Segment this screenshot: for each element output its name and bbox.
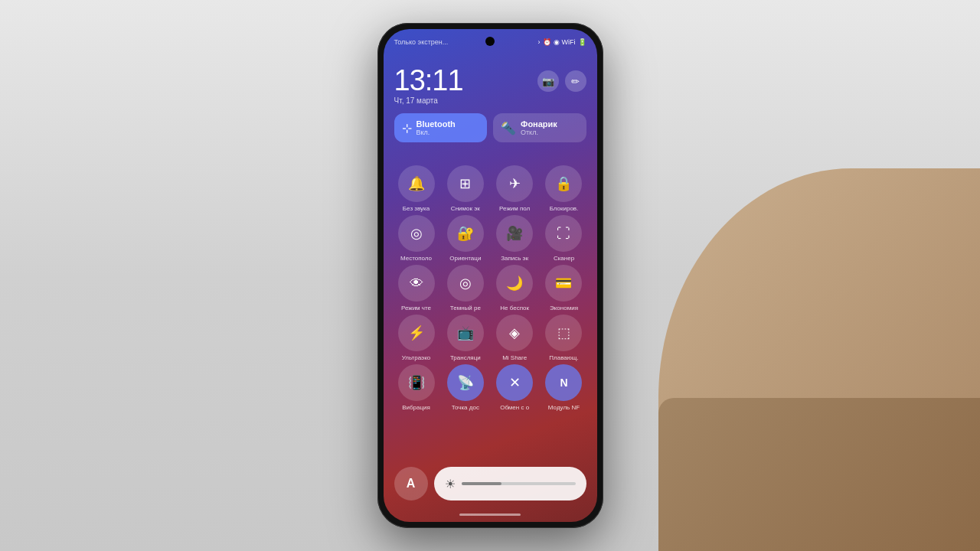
battery-icon: 🔋 [578,38,586,46]
nfc-icon: N [545,364,582,401]
lock-icon: 🔒 [545,165,582,202]
grid-item-saver[interactable]: 💳 Экономия [541,265,586,311]
floating-icon: ⬚ [545,315,582,351]
location-icon: ◎ [398,215,435,252]
grid-item-silent[interactable]: 🔔 Без звука [394,165,439,212]
exchange-icon: ✕ [496,364,533,401]
time-section: 13:11 Чт, 17 марта 📷 ✏ [394,66,586,105]
scanner-icon: ⛶ [545,215,582,252]
bottom-bar: A ☀ [394,467,586,500]
grid-item-screenrec[interactable]: 🎥 Запись эк [492,215,537,262]
grid-item-darkmode[interactable]: ◎ Темный ре [443,265,488,311]
screenrec-label: Запись эк [501,255,528,262]
time-icons: 📷 ✏ [537,70,586,92]
darkmode-icon: ◎ [447,265,484,302]
brightness-track[interactable] [462,482,576,485]
ultrasave-icon: ⚡ [398,315,435,351]
screenshot-icon: ⊞ [447,165,484,202]
exchange-label: Обмен с о [500,404,529,411]
status-right: › ⏰ ◉ WiFi 🔋 [538,38,586,46]
grid-item-location[interactable]: ◎ Местополо [394,215,439,262]
grid-item-mishare[interactable]: ◈ Mi Share [492,315,537,361]
time-block: 13:11 Чт, 17 марта [394,66,463,105]
grid-item-scanner[interactable]: ⛶ Сканер [541,215,586,262]
readmode-label: Режим чте [401,305,431,311]
hotspot-label: Точка дос [452,404,479,411]
vibration-label: Вибрация [402,404,430,411]
grid-item-ultrasave[interactable]: ⚡ Ультраэко [394,315,439,361]
flashlight-title: Фонарик [521,119,557,129]
alarm-icon: ⏰ [543,38,551,46]
grid-row-1: 🔔 Без звука ⊞ Снимок эк ✈ Режим пол 🔒 Бл… [394,165,586,212]
vibration-icon: 📳 [398,364,435,401]
grid-item-cast[interactable]: 📺 Трансляци [443,315,488,361]
readmode-icon: 👁 [398,265,435,302]
airplane-label: Режим пол [499,205,530,212]
bluetooth-status-icon: › [538,38,541,46]
font-size-button[interactable]: A [394,467,428,500]
brightness-control[interactable]: ☀ [434,467,586,500]
grid-item-dnd[interactable]: 🌙 Не беспок [492,265,537,311]
bluetooth-tile-text: Bluetooth Вкл. [416,119,456,136]
status-left-text: Только экстрен... [394,38,449,46]
grid-item-readmode[interactable]: 👁 Режим чте [394,265,439,311]
bluetooth-title: Bluetooth [416,119,456,129]
hotspot-icon: 📡 [447,364,484,401]
brightness-icon: ☀ [445,477,456,491]
camera-icon-status: ◉ [554,38,560,46]
grid-item-exchange[interactable]: ✕ Обмен с о [492,364,537,411]
wifi-icon: WiFi [562,38,576,46]
grid-item-lock[interactable]: 🔒 Блокиров. [541,165,586,212]
brightness-fill [462,482,501,485]
dnd-icon: 🌙 [496,265,533,302]
grid-item-screenshot[interactable]: ⊞ Снимок эк [443,165,488,212]
saver-icon: 💳 [545,265,582,302]
grid-row-4: ⚡ Ультраэко 📺 Трансляци ◈ Mi Share ⬚ Пла… [394,315,586,361]
grid-item-airplane[interactable]: ✈ Режим пол [492,165,537,212]
time-display: 13:11 [394,66,463,95]
silent-label: Без звука [403,205,430,212]
grid-item-orientation[interactable]: 🔐 Ориентаци [443,215,488,262]
grid-row-2: ◎ Местополо 🔐 Ориентаци 🎥 Запись эк ⛶ Ск… [394,215,586,262]
saver-label: Экономия [550,305,578,311]
cast-icon: 📺 [447,315,484,351]
cast-label: Трансляци [450,354,481,361]
control-grid: 🔔 Без звука ⊞ Снимок эк ✈ Режим пол 🔒 Бл… [394,165,586,414]
grid-row-5: 📳 Вибрация 📡 Точка дос ✕ Обмен с о N Мод… [394,364,586,411]
mishare-icon: ◈ [496,315,533,351]
phone-wrapper: Только экстрен... › ⏰ ◉ WiFi 🔋 13:11 Чт,… [377,23,603,528]
phone-screen: Только экстрен... › ⏰ ◉ WiFi 🔋 13:11 Чт,… [384,29,597,522]
silent-icon: 🔔 [398,165,435,202]
orientation-label: Ориентаци [449,255,481,262]
screenrec-icon: 🎥 [496,215,533,252]
camera-hole [485,37,495,46]
scanner-label: Сканер [554,255,574,262]
grid-item-vibration[interactable]: 📳 Вибрация [394,364,439,411]
grid-row-3: 👁 Режим чте ◎ Темный ре 🌙 Не беспок 💳 Эк… [394,265,586,311]
grid-item-hotspot[interactable]: 📡 Точка дос [443,364,488,411]
flashlight-tile[interactable]: 🔦 Фонарик Откл. [493,113,586,142]
floating-label: Плавающ. [549,354,578,361]
airplane-icon: ✈ [496,165,533,202]
home-indicator[interactable] [459,514,521,516]
orientation-icon: 🔐 [447,215,484,252]
flashlight-subtitle: Откл. [521,129,557,136]
bluetooth-subtitle: Вкл. [416,129,456,136]
dnd-label: Не беспок [500,305,529,311]
camera-quick-btn[interactable]: 📷 [537,70,559,92]
bluetooth-tile-icon: ⊹ [402,121,412,135]
location-label: Местополо [400,255,432,262]
nfc-label: Модуль NF [548,404,580,411]
flashlight-tile-text: Фонарик Откл. [521,119,557,136]
darkmode-label: Темный ре [450,305,481,311]
quick-tiles: ⊹ Bluetooth Вкл. 🔦 Фонарик Откл. [394,113,586,142]
mishare-label: Mi Share [502,354,527,361]
bluetooth-tile[interactable]: ⊹ Bluetooth Вкл. [394,113,488,142]
flashlight-tile-icon: 🔦 [501,121,516,135]
edit-quick-btn[interactable]: ✏ [565,70,586,92]
grid-item-floating[interactable]: ⬚ Плавающ. [541,315,586,361]
phone-body: Только экстрен... › ⏰ ◉ WiFi 🔋 13:11 Чт,… [377,23,603,528]
lock-label: Блокиров. [550,205,579,212]
ultrasave-label: Ультраэко [402,354,430,361]
grid-item-nfc[interactable]: N Модуль NF [541,364,586,411]
